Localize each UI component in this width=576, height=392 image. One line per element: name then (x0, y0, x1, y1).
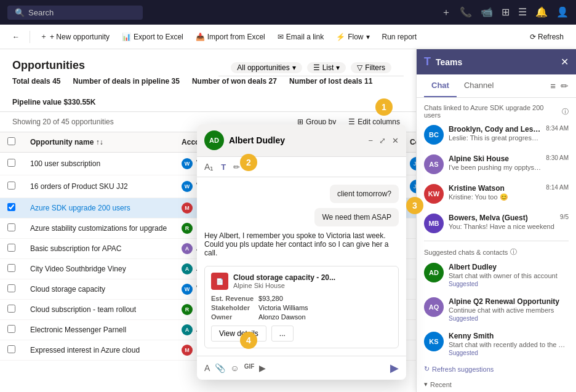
tab-chat[interactable]: Chat (424, 74, 457, 97)
chat-name: Kristine Watson (449, 184, 541, 193)
add-icon[interactable]: ＋ (441, 6, 451, 19)
contact-avatar: AD (204, 130, 224, 150)
compose-icon[interactable]: ✏ (561, 81, 569, 92)
view-details-button[interactable]: View details (211, 326, 266, 342)
row-checkbox[interactable] (0, 175, 23, 198)
email-link-button[interactable]: ✉ Email a link (273, 30, 329, 44)
stat-lost: Number of lost deals 11 (289, 77, 372, 86)
all-opportunities-filter[interactable]: All opportunities ▾ (231, 62, 302, 73)
stat-total-deals: Total deals 45 (12, 77, 61, 86)
row-checkbox[interactable] (0, 279, 23, 300)
import-excel-button[interactable]: 📥 Import from Excel (191, 30, 270, 44)
teams-logo-icon: T (424, 55, 431, 68)
chat-info: Bowers, Melva (Guest) You: Thanks! Have … (449, 214, 555, 230)
expand-icon[interactable]: ⤢ (379, 136, 386, 145)
opportunity-name: 16 orders of Product SKU JJ2 (23, 175, 174, 198)
chat-time: 8:14 AM (546, 184, 569, 191)
row-checkbox[interactable] (0, 239, 23, 259)
row-checkbox[interactable] (0, 300, 23, 320)
teams-icon[interactable]: T (221, 162, 226, 172)
list-icon[interactable]: ☰ (518, 6, 527, 19)
tab-channel[interactable]: Channel (457, 74, 501, 97)
minimize-icon[interactable]: − (368, 136, 373, 145)
new-opportunity-button[interactable]: ＋ + New opportunity (35, 29, 114, 44)
grid-icon[interactable]: ⊞ (502, 6, 510, 19)
recent-section-toggle[interactable]: ▾ Recent (417, 377, 576, 390)
close-popup-icon[interactable]: ✕ (392, 136, 399, 145)
video-icon[interactable]: 📹 (481, 6, 493, 19)
send-icon[interactable]: ▶ (390, 361, 399, 375)
suggested-chat-item[interactable]: AQ Alpine Q2 Renewal Opportunity Continu… (417, 292, 576, 327)
chat-preview: Start chat with owner of this account (449, 272, 569, 279)
opportunity-card: 📄 Cloud storage capacity - 20... Alpine … (204, 266, 399, 348)
chat-name: Brooklyn, Cody and Leslie (449, 125, 541, 134)
row-checkbox[interactable] (0, 340, 23, 361)
flow-chevron-icon: ▾ (366, 33, 370, 41)
gif-icon[interactable]: GIF (244, 363, 255, 373)
attach-icon[interactable]: 📎 (215, 363, 225, 373)
top-bar-icons: ＋ 📞 📹 ⊞ ☰ 🔔 👤 (441, 6, 569, 19)
close-icon[interactable]: ✕ (561, 56, 569, 68)
new-opp-icon: ＋ (40, 31, 47, 42)
suggested-chat-item[interactable]: AD Albert Dudley Start chat with owner o… (417, 258, 576, 292)
row-checkbox[interactable] (0, 153, 23, 175)
stat-won: Number of won deals 27 (192, 77, 277, 86)
filters-button[interactable]: ▽ Filters (351, 62, 391, 73)
opp-card-details: Est. Revenue $93,280 Stakeholder Victori… (211, 295, 392, 321)
info-icon: ⓘ (562, 107, 569, 116)
list-view-toggle[interactable]: ☰ List ▾ (307, 62, 346, 73)
contact-name: Albert Dudley (229, 135, 363, 145)
user-avatar[interactable]: 👤 (556, 6, 569, 19)
filter-icon[interactable]: ≡ (550, 81, 556, 91)
message-1: client tomorrow? (330, 185, 399, 203)
opp-card-title-block: Cloud storage capacity - 20... Alpine Sk… (233, 273, 335, 289)
teams-title: Teams (436, 57, 462, 67)
teams-header: T Teams ✕ (417, 49, 576, 74)
sticker-icon[interactable]: ▶ (259, 363, 266, 373)
opp-card-name: Cloud storage capacity - 20... (233, 273, 335, 282)
search-bar[interactable]: 🔍 Search (7, 6, 143, 20)
row-checkbox[interactable] (0, 218, 23, 239)
step-1-circle: 1 (375, 98, 393, 116)
linked-chat-item[interactable]: KW Kristine Watson Kristine: You too 😊 8… (417, 179, 576, 209)
teams-panel: T Teams ✕ Chat Channel ≡ ✏ Chats linked … (416, 49, 576, 392)
refresh-suggestions-button[interactable]: ↻ Refresh suggestions (417, 361, 576, 377)
chat-time: 9/5 (560, 214, 569, 220)
pencil-icon[interactable]: ✏ (233, 162, 240, 172)
top-bar: 🔍 Search ＋ 📞 📹 ⊞ ☰ 🔔 👤 (0, 0, 576, 25)
format-icon[interactable]: A₁ (204, 162, 214, 172)
row-checkbox[interactable] (0, 320, 23, 340)
chat-info: Brooklyn, Cody and Leslie Leslie: This i… (449, 125, 541, 142)
command-bar: ← ＋ + New opportunity 📊 Export to Excel … (0, 25, 576, 49)
owner-value: Alonzo Dawson (258, 313, 392, 321)
chat-messages: client tomorrow? We need them ASAP Hey A… (197, 177, 406, 356)
flow-button[interactable]: ⚡ Flow ▾ (331, 30, 374, 44)
linked-chat-item[interactable]: MB Bowers, Melva (Guest) You: Thanks! Ha… (417, 209, 576, 238)
export-excel-button[interactable]: 📊 Export to Excel (117, 30, 188, 44)
run-report-button[interactable]: Run report (377, 30, 422, 44)
chat-preview: Start chat with recently added to the Ti… (449, 341, 569, 348)
back-button[interactable]: ← (7, 30, 25, 44)
linked-chat-item[interactable]: BC Brooklyn, Cody and Leslie Leslie: Thi… (417, 120, 576, 150)
emoji-icon[interactable]: ☺ (230, 363, 239, 373)
opp-card-company: Alpine Ski House (233, 282, 335, 289)
row-checkbox[interactable] (0, 259, 23, 279)
suggested-chat-item[interactable]: KS Kenny Smith Start chat with recently … (417, 327, 576, 361)
row-checkbox[interactable] (0, 198, 23, 218)
text-format-icon[interactable]: A (204, 363, 210, 373)
chat-preview: Leslie: This is great progress, if you b… (449, 134, 541, 142)
bell-icon[interactable]: 🔔 (535, 6, 548, 19)
back-icon: ← (12, 33, 20, 41)
list-icon: ☰ (313, 63, 320, 72)
step-4-circle: 4 (240, 332, 257, 349)
chat-format-icons: A 📎 ☺ GIF ▶ (204, 363, 266, 373)
col-header-name[interactable]: Opportunity name ↑↓ (23, 132, 174, 153)
more-options-button[interactable]: ... (271, 326, 294, 342)
opp-card-actions: View details ... (211, 326, 392, 342)
recent-chat-item[interactable]: KW Kristin Watson You: Thanks! Have a ni… (417, 390, 576, 392)
refresh-button[interactable]: ⟳ Refresh (525, 30, 569, 44)
stakeholder-label: Stakeholder (211, 304, 254, 311)
linked-chat-item[interactable]: AS Alpine Ski House I've been pushing my… (417, 150, 576, 179)
select-all-header[interactable] (0, 132, 23, 153)
phone-icon[interactable]: 📞 (460, 6, 472, 19)
